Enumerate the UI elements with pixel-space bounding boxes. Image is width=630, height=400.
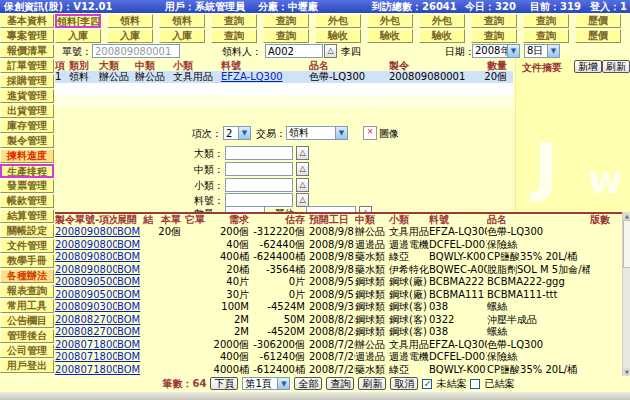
sidebar-item[interactable]: 管理後台 <box>0 329 54 343</box>
order-no-link[interactable]: 200809080001-3 <box>55 239 117 250</box>
toolbar-button[interactable]: 外包 <box>315 14 361 28</box>
scroll-up-icon[interactable]: ▲ <box>623 212 630 220</box>
order-no-link[interactable]: 200807180001-3 <box>55 351 117 362</box>
toolbar-button[interactable]: 歷價 <box>575 29 621 43</box>
table-scrollbar[interactable]: ▲ ▼ <box>622 212 630 376</box>
sidebar-item[interactable]: 公司管理 <box>0 344 54 358</box>
toolbar-button[interactable]: 領料 <box>107 14 153 28</box>
sidebar-item[interactable]: 報價清單 <box>0 44 54 58</box>
big-class-input[interactable] <box>225 146 293 160</box>
next-page-button[interactable]: 下頁 <box>210 377 238 390</box>
add-document-button[interactable]: 新增 <box>574 60 602 73</box>
query-button[interactable]: 查詢 <box>326 377 354 390</box>
toolbar-button[interactable]: 查詢 <box>471 29 517 43</box>
sidebar-item[interactable]: 生產排程 <box>0 164 54 178</box>
sidebar-item[interactable]: 文件管理 <box>0 239 54 253</box>
bom-expand-link[interactable]: BOM <box>117 251 140 262</box>
mid-class-lookup-button[interactable]: △ <box>296 162 309 176</box>
bom-expand-link[interactable]: BOM <box>117 289 140 300</box>
order-no-link[interactable]: 200809050001-1 <box>55 289 117 300</box>
table-row[interactable]: 200807180001-4BOM2000個-306200個2008/7/26辦… <box>55 339 622 352</box>
open-cases-checkbox[interactable] <box>422 379 432 389</box>
order-no-link[interactable]: 200809030001-1 <box>55 301 117 312</box>
toolbar-button[interactable]: 入庫 <box>107 29 153 43</box>
sidebar-item[interactable]: 揀料進度 <box>0 149 54 163</box>
toolbar-button[interactable]: 領料 <box>159 14 205 28</box>
toolbar-button[interactable]: 外包 <box>367 14 413 28</box>
sidebar-item[interactable]: 庫存管理 <box>0 119 54 133</box>
scrollbar-thumb[interactable] <box>623 220 630 268</box>
refresh-document-button[interactable]: 刷新 <box>602 60 630 73</box>
page-select[interactable]: 第1頁 ▼ <box>242 377 290 390</box>
sidebar-item[interactable]: 採購管理 <box>0 74 54 88</box>
toolbar-button[interactable]: 領料[李四] <box>55 14 101 28</box>
toolbar-button[interactable]: 查詢 <box>263 14 309 28</box>
sidebar-item[interactable]: 發票管理 <box>0 179 54 193</box>
date-day-select[interactable]: 8日 ▼ <box>524 44 560 58</box>
toolbar-button[interactable]: 查詢 <box>523 29 569 43</box>
bom-expand-link[interactable]: BOM <box>117 314 140 325</box>
sidebar-item[interactable]: 製令管理 <box>0 134 54 148</box>
line-item-select[interactable]: 2 ▼ <box>223 126 251 140</box>
sidebar-item[interactable]: 關帳設定 <box>0 224 54 238</box>
sidebar-item[interactable]: 進貨管理 <box>0 89 54 103</box>
order-no-link[interactable]: 200809080001-4 <box>55 226 117 237</box>
bom-expand-link[interactable]: BOM <box>117 239 140 250</box>
table-row[interactable]: 200809080001-4BOM20個200個-312220個2008/9/8… <box>55 226 622 239</box>
sidebar-item[interactable]: 基本資料 <box>0 14 54 28</box>
sidebar-item[interactable]: 常用工具 <box>0 299 54 313</box>
toolbar-button[interactable]: 查詢 <box>263 29 309 43</box>
order-no-link[interactable]: 200807180001-4 <box>55 339 117 350</box>
sidebar-item[interactable]: 帳款管理 <box>0 194 54 208</box>
sidebar-item[interactable]: 各種辦法 <box>0 269 54 283</box>
small-class-input[interactable] <box>225 178 293 192</box>
sidebar-item[interactable]: 出貨管理 <box>0 104 54 118</box>
sidebar-item[interactable]: 報表查詢 <box>0 284 54 298</box>
bom-expand-link[interactable]: BOM <box>117 301 140 312</box>
sidebar-item[interactable]: 專案管理 <box>0 29 54 43</box>
mid-class-input[interactable] <box>225 162 293 176</box>
picker-code-input[interactable] <box>265 44 323 58</box>
table-row[interactable]: 200808270001-2BOM2M50M2008/8/28鋼球類鋼球(客)0… <box>55 314 622 327</box>
bom-expand-link[interactable]: BOM <box>117 226 140 237</box>
transaction-select[interactable]: 領料 ▼ <box>286 126 348 140</box>
bom-expand-link[interactable]: BOM <box>117 326 140 337</box>
bom-expand-link[interactable]: BOM <box>117 264 140 275</box>
table-row[interactable]: 200809080001-3BOM40個-62440個2008/9/8週邊品週邊… <box>55 239 622 252</box>
toolbar-button[interactable]: 查詢 <box>471 14 517 28</box>
table-row[interactable]: 200809080001-1BOM20桶-3564桶2008/9/8藥水類伊希特… <box>55 264 622 277</box>
toolbar-button[interactable]: 入庫 <box>159 29 205 43</box>
small-class-lookup-button[interactable]: △ <box>296 178 309 192</box>
order-no-link[interactable]: 200809050001-2 <box>55 276 117 287</box>
date-month-select[interactable]: 2008年9月 ▼ <box>472 44 520 58</box>
order-no-link[interactable]: 200809080001-2 <box>55 251 117 262</box>
scroll-down-icon[interactable]: ▼ <box>623 368 630 376</box>
picker-lookup-button[interactable]: △ <box>324 44 337 58</box>
bom-expand-link[interactable]: BOM <box>117 351 140 362</box>
toolbar-button[interactable]: 查詢 <box>211 14 257 28</box>
sidebar-item[interactable]: 結算管理 <box>0 209 54 223</box>
table-row[interactable]: 200809080001-2BOM400桶-624400桶2008/9/8藥水類… <box>55 251 622 264</box>
table-row[interactable]: 1領料辦公品辦公品文具用品EFZA-LQ300色帶-LQ300200809080… <box>55 71 513 83</box>
toolbar-button[interactable]: 歷價 <box>575 14 621 28</box>
toolbar-button[interactable]: 外包 <box>419 14 465 28</box>
order-no-link[interactable]: 200807180001-2 <box>55 364 117 375</box>
toolbar-button[interactable]: 驗收 <box>419 29 465 43</box>
sidebar-item[interactable]: 公告欄目 <box>0 314 54 328</box>
order-no-link[interactable]: 200809080001-1 <box>55 264 117 275</box>
table-row[interactable]: 200807180001-3BOM400個-61240個2008/7/26週邊品… <box>55 351 622 364</box>
sidebar-item[interactable]: 用戶登出 <box>0 359 54 373</box>
bom-expand-link[interactable]: BOM <box>117 276 140 287</box>
table-row[interactable]: 200807180001-2BOM4000桶-612400桶2008/7/26藥… <box>55 364 622 377</box>
table-row[interactable]: 200808270001-1BOM2M-4520M2008/8/28鋼球類鋼球(… <box>55 326 622 339</box>
closed-cases-checkbox[interactable] <box>470 379 480 389</box>
cancel-button[interactable]: 取消 <box>390 377 418 390</box>
part-no-link[interactable]: EFZA-LQ300 <box>221 71 283 82</box>
toolbar-button[interactable]: 入庫 <box>55 29 101 43</box>
bom-expand-link[interactable]: BOM <box>117 364 140 375</box>
table-row[interactable]: 200809050001-1BOM30片0片2008/9/5鋼球類鋼球(廠)BC… <box>55 289 622 302</box>
sidebar-item[interactable]: 教學手冊 <box>0 254 54 268</box>
table-row[interactable]: 200809050001-2BOM40片0片2008/9/5鋼球類鋼球(廠)BC… <box>55 276 622 289</box>
part-no-input[interactable] <box>225 193 293 207</box>
big-class-lookup-button[interactable]: △ <box>296 146 309 160</box>
